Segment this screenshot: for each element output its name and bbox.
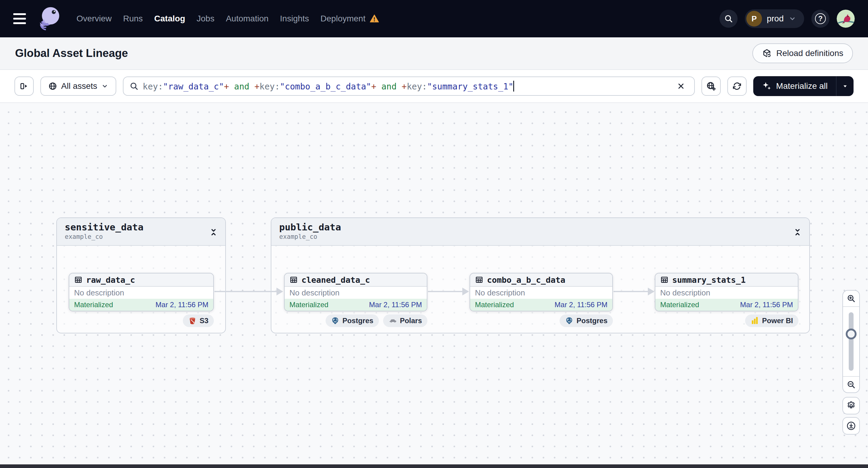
search-icon xyxy=(129,82,138,91)
collapse-group-button[interactable] xyxy=(793,227,803,237)
refresh-icon xyxy=(733,82,742,91)
table-icon xyxy=(660,276,669,284)
table-icon xyxy=(74,276,83,284)
asset-tags: Power BI xyxy=(745,314,799,327)
asset-node-cleaned-data-c[interactable]: cleaned_data_c No description Materializ… xyxy=(284,273,427,311)
zoom-out-icon xyxy=(847,380,856,389)
lineage-edge xyxy=(614,291,648,292)
lineage-edge-arrowhead xyxy=(648,288,654,295)
materialization-timestamp[interactable]: Mar 2, 11:56 PM xyxy=(155,301,209,309)
tag-postgres[interactable]: Postgres xyxy=(560,314,613,327)
s3-icon xyxy=(188,316,197,325)
group-header[interactable]: sensitive_data example_co xyxy=(57,218,225,246)
zoom-out-button[interactable] xyxy=(843,376,859,393)
download-graph-button[interactable] xyxy=(842,417,860,435)
nav-link-deployment[interactable]: Deployment xyxy=(320,14,365,24)
asset-description: No description xyxy=(285,287,427,299)
zoom-slider-track[interactable] xyxy=(849,312,854,371)
lineage-edge xyxy=(214,291,277,292)
asset-node-raw-data-c[interactable]: raw_data_c No description Materialized M… xyxy=(69,273,214,311)
zoom-in-button[interactable] xyxy=(843,291,859,307)
reload-definitions-button[interactable]: Reload definitions xyxy=(752,43,853,63)
help-button[interactable]: ? xyxy=(811,10,830,28)
nav-link-overview[interactable]: Overview xyxy=(76,14,112,24)
deployment-initial-badge: P xyxy=(746,11,762,27)
materialize-all-split-button: Materialize all xyxy=(753,76,854,96)
powerbi-icon xyxy=(750,316,759,325)
asset-node-summary-stats-1[interactable]: summary_stats_1 No description Materiali… xyxy=(655,273,799,311)
lineage-edge xyxy=(428,291,463,292)
asset-tags: Postgres xyxy=(560,314,613,327)
tag-power-bi[interactable]: Power BI xyxy=(745,314,799,327)
lineage-depth-button[interactable] xyxy=(702,76,721,96)
asset-name: combo_a_b_c_data xyxy=(487,275,565,285)
tag-polars[interactable]: Polars xyxy=(383,314,427,327)
postgres-icon xyxy=(331,316,339,325)
download-icon xyxy=(846,421,856,431)
tag-label: Postgres xyxy=(342,316,373,325)
tag-label: Power BI xyxy=(762,316,793,325)
materialize-options-button[interactable] xyxy=(836,76,854,96)
graph-settings-button[interactable] xyxy=(842,397,860,414)
asset-node-combo-a-b-c-data[interactable]: combo_a_b_c_data No description Material… xyxy=(469,273,613,311)
postgres-icon xyxy=(565,316,574,325)
search-button[interactable] xyxy=(719,10,738,28)
nav-right-actions: P prod ? xyxy=(719,9,855,28)
sparkles-icon xyxy=(762,81,771,91)
table-icon xyxy=(289,276,298,284)
materialized-status: Materialized xyxy=(475,301,514,309)
asset-query-text[interactable]: key:"raw_data_c"+ and +key:"combo_a_b_c_… xyxy=(143,81,669,92)
nav-link-catalog[interactable]: Catalog xyxy=(154,14,185,24)
nav-link-runs[interactable]: Runs xyxy=(123,14,143,24)
asset-tags: Postgres Polars xyxy=(326,314,427,327)
nav-links: Overview Runs Catalog Jobs Automation In… xyxy=(76,14,379,24)
polars-icon xyxy=(389,316,397,325)
group-header[interactable]: public_data example_co xyxy=(271,218,809,246)
asset-query-input[interactable]: key:"raw_data_c"+ and +key:"combo_a_b_c_… xyxy=(123,76,695,96)
materialization-timestamp[interactable]: Mar 2, 11:56 PM xyxy=(369,301,422,309)
tag-label: Postgres xyxy=(577,316,608,325)
nav-link-jobs[interactable]: Jobs xyxy=(197,14,214,24)
materialization-timestamp[interactable]: Mar 2, 11:56 PM xyxy=(740,301,793,309)
asset-scope-dropdown[interactable]: All assets xyxy=(40,76,116,96)
clear-query-button[interactable] xyxy=(673,78,689,94)
group-repository: example_co xyxy=(279,233,801,240)
group-repository: example_co xyxy=(65,233,217,240)
chevron-down-icon xyxy=(788,15,796,23)
deployment-switcher[interactable]: P prod xyxy=(745,9,804,28)
gear-icon xyxy=(846,401,856,410)
tag-postgres[interactable]: Postgres xyxy=(326,314,379,327)
zoom-slider[interactable] xyxy=(843,307,859,376)
panel-expand-icon xyxy=(20,82,29,91)
lineage-edge-arrowhead xyxy=(462,288,469,295)
warning-icon xyxy=(370,14,379,24)
open-sidebar-button[interactable] xyxy=(14,76,34,96)
deployment-name: prod xyxy=(767,14,784,24)
asset-name: cleaned_data_c xyxy=(302,275,370,285)
close-icon xyxy=(677,82,685,90)
materialized-status: Materialized xyxy=(660,301,699,309)
collapse-group-button[interactable] xyxy=(209,227,219,237)
dagster-logo-icon[interactable] xyxy=(36,5,64,33)
tag-s3[interactable]: S3 xyxy=(183,314,214,327)
materialize-all-label: Materialize all xyxy=(776,81,828,91)
question-mark-icon: ? xyxy=(815,13,826,24)
hamburger-menu-icon[interactable] xyxy=(13,11,29,27)
globe-icon xyxy=(48,82,57,91)
refresh-graph-button[interactable] xyxy=(727,76,747,96)
group-name: public_data xyxy=(279,222,801,232)
nav-link-automation[interactable]: Automation xyxy=(226,14,269,24)
user-avatar[interactable] xyxy=(837,10,855,28)
search-icon xyxy=(724,14,733,23)
group-name: sensitive_data xyxy=(65,222,217,232)
materialization-timestamp[interactable]: Mar 2, 11:56 PM xyxy=(555,301,608,309)
lineage-canvas[interactable]: sensitive_data example_co public_data ex… xyxy=(0,103,868,464)
reload-definitions-icon xyxy=(762,49,772,58)
asset-name: raw_data_c xyxy=(86,275,135,285)
chevron-down-icon xyxy=(101,83,108,90)
zoom-in-icon xyxy=(847,294,856,303)
zoom-slider-thumb[interactable] xyxy=(846,329,857,339)
materialize-all-button[interactable]: Materialize all xyxy=(753,76,836,96)
nav-link-insights[interactable]: Insights xyxy=(280,14,309,24)
asset-description: No description xyxy=(655,287,798,299)
